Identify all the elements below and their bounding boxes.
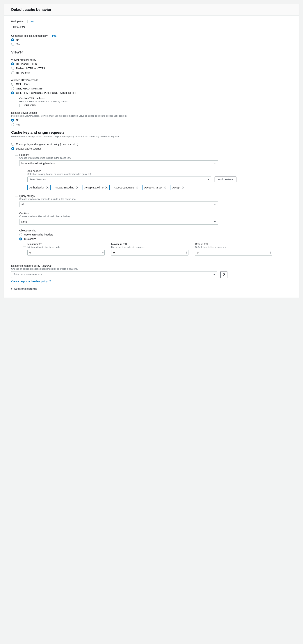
response-headers-label: Response headers policy - optional: [11, 264, 292, 267]
viewer-protocol-label: Viewer protocol policy: [11, 58, 292, 61]
add-header-label: Add header: [27, 170, 292, 172]
query-field: Query strings Choose which query strings…: [19, 194, 292, 208]
create-response-headers-link[interactable]: Create response headers policy: [11, 280, 51, 283]
allowed-methods-field: Allowed HTTP methods GET, HEAD GET, HEAD…: [11, 78, 292, 107]
headers-select[interactable]: Include the following headers: [19, 160, 218, 166]
methods-all-radio[interactable]: [11, 92, 14, 94]
default-ttl-input[interactable]: [195, 250, 272, 256]
remove-tag-button[interactable]: [105, 186, 108, 189]
close-icon: [182, 186, 184, 189]
allowed-methods-label: Allowed HTTP methods: [11, 78, 292, 82]
mode-policy-label: Cache policy and origin request policy (…: [16, 143, 78, 146]
headers-label: Headers: [19, 154, 292, 156]
spinner-icon[interactable]: [102, 252, 104, 254]
restrict-no-label: No: [16, 119, 19, 122]
response-headers-placeholder: Select response headers: [13, 273, 42, 276]
external-link-icon: [49, 280, 51, 283]
query-label: Query strings: [19, 194, 292, 198]
tag-text: Accept: [172, 186, 180, 189]
add-custom-button[interactable]: Add custom: [215, 176, 236, 182]
methods-gho-label: GET, HEAD, OPTIONS: [16, 87, 43, 90]
path-pattern-label: Path pattern: [11, 20, 25, 23]
default-ttl-hint: Default time to live in seconds.: [195, 246, 272, 248]
close-icon: [76, 186, 78, 189]
protocol-redirect-radio[interactable]: [11, 67, 14, 70]
caching-custom-label: Customize: [24, 238, 36, 240]
response-headers-select[interactable]: Select response headers: [11, 271, 217, 278]
response-headers-label-text: Response headers policy: [11, 264, 40, 267]
max-ttl-input[interactable]: [111, 250, 188, 256]
compress-yes-radio[interactable]: [11, 43, 14, 46]
remove-tag-button[interactable]: [76, 186, 78, 189]
query-select[interactable]: All: [19, 202, 218, 208]
headers-hint: Choose which headers to include in the c…: [19, 157, 292, 159]
caching-origin-label: Use origin cache headers: [24, 233, 53, 236]
header-tag: Accept-Datetime: [83, 185, 110, 190]
object-caching-label: Object caching: [19, 229, 292, 232]
close-icon: [136, 186, 138, 189]
protocol-https-radio[interactable]: [11, 71, 14, 74]
cachekey-heading: Cache key and origin requests: [11, 130, 292, 135]
additional-settings-label: Additional settings: [14, 287, 37, 290]
remove-tag-button[interactable]: [164, 186, 166, 189]
path-pattern-info-link[interactable]: Info: [30, 20, 34, 23]
create-response-headers-text: Create response headers policy: [11, 280, 48, 283]
path-pattern-input[interactable]: [11, 24, 217, 30]
mode-policy-radio[interactable]: [11, 143, 14, 146]
min-ttl-label: Minimum TTL: [27, 243, 105, 246]
cachekey-hint: We recommend using a cache policy and or…: [11, 136, 292, 138]
caret-down-icon: [214, 204, 216, 205]
caret-down-icon: [213, 274, 215, 275]
caret-down-icon: [214, 163, 216, 164]
protocol-both-radio[interactable]: [11, 62, 14, 66]
cookies-select[interactable]: None: [19, 219, 218, 225]
max-ttl-field: Maximum TTL Maximum time to live in seco…: [111, 243, 188, 256]
cache-options-checkbox[interactable]: [19, 104, 22, 107]
header-tags: AuthorizationAccept-EncodingAccept-Datet…: [27, 185, 292, 190]
compress-label: Compress objects automatically: [11, 34, 48, 37]
refresh-icon: [222, 273, 226, 276]
tag-text: Accept-Encoding: [55, 186, 74, 189]
spinner-icon[interactable]: [270, 252, 271, 254]
restrict-label: Restrict viewer access: [11, 111, 292, 114]
header-tag: Accept-Encoding: [53, 185, 80, 190]
compress-yes-label: Yes: [16, 43, 20, 46]
methods-gho-radio[interactable]: [11, 87, 14, 90]
cache-methods-label: Cache HTTP methods: [19, 97, 292, 100]
divider: [50, 34, 50, 37]
tag-text: Accept-Language: [114, 186, 134, 189]
cache-methods-hint: GET and HEAD methods are cached by defau…: [19, 100, 292, 103]
remove-tag-button[interactable]: [136, 186, 138, 189]
response-headers-field: Response headers policy - optional Choos…: [11, 264, 292, 283]
mode-legacy-radio[interactable]: [11, 147, 14, 150]
panel-title: Default cache behavior: [11, 8, 292, 12]
response-headers-hint: Choose an existing response headers poli…: [11, 268, 292, 270]
methods-gh-radio[interactable]: [11, 83, 14, 86]
caching-origin-radio[interactable]: [19, 233, 22, 236]
add-header-select[interactable]: Select headers: [27, 176, 211, 182]
protocol-https-label: HTTPS only: [16, 71, 30, 74]
min-ttl-input[interactable]: [27, 250, 105, 256]
min-ttl-hint: Minimum time to live in seconds.: [27, 246, 105, 248]
remove-tag-button[interactable]: [46, 186, 49, 189]
header-tag: Accept: [170, 185, 186, 190]
caret-down-icon: [214, 221, 216, 222]
cookies-field: Cookies Choose which cookies to include …: [19, 212, 292, 225]
optional-text: - optional: [40, 264, 51, 267]
additional-settings-toggle[interactable]: Additional settings: [11, 287, 292, 290]
object-caching-field: Object caching Use origin cache headers …: [19, 229, 292, 256]
compress-no-radio[interactable]: [11, 38, 14, 41]
max-ttl-label: Maximum TTL: [111, 243, 188, 246]
remove-tag-button[interactable]: [182, 186, 184, 189]
spinner-icon[interactable]: [186, 252, 187, 254]
restrict-no-radio[interactable]: [11, 119, 14, 122]
caching-custom-radio[interactable]: [19, 238, 22, 240]
tag-text: Authorization: [30, 186, 45, 189]
restrict-yes-label: Yes: [16, 123, 20, 126]
cookies-select-value: None: [21, 220, 27, 223]
restrict-yes-radio[interactable]: [11, 123, 14, 126]
add-header-placeholder: Select headers: [30, 178, 47, 181]
refresh-button[interactable]: [220, 271, 227, 278]
compress-info-link[interactable]: Info: [52, 34, 57, 37]
methods-all-label: GET, HEAD, OPTIONS, PUT, POST, PATCH, DE…: [16, 92, 78, 94]
